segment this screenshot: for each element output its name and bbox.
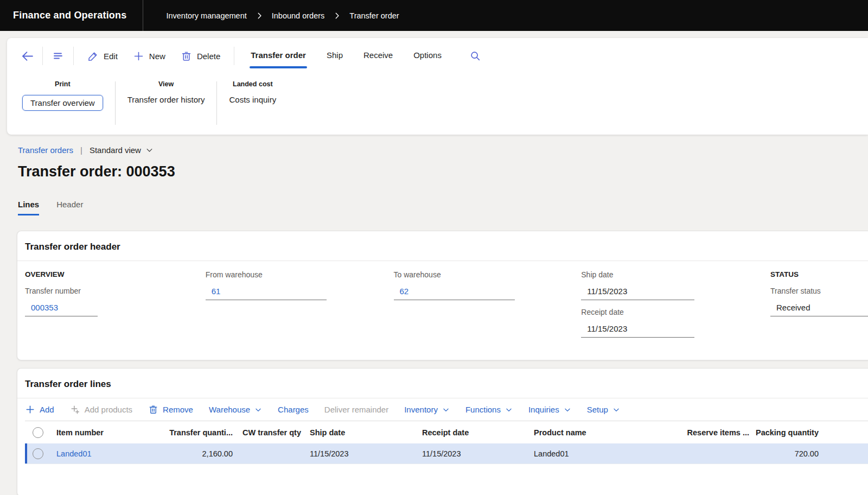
tab-lines[interactable]: Lines (18, 200, 39, 215)
page-nav-row: Transfer orders | Standard view (18, 145, 868, 155)
deliver-remainder-button[interactable]: Deliver remainder (324, 405, 388, 414)
row-select-cell (25, 448, 49, 459)
tab-header[interactable]: Header (56, 200, 83, 215)
table-row[interactable]: Landed01 2,160.00 11/15/2023 11/15/2023 … (25, 443, 868, 464)
transfer-order-lines-card: Transfer order lines Add Add products Re… (17, 368, 868, 495)
trash-icon (181, 50, 192, 62)
chevron-down-icon (145, 146, 154, 154)
tab-transfer-order[interactable]: Transfer order (250, 47, 307, 65)
search-icon[interactable] (466, 47, 484, 65)
transfer-status-value: Received (770, 303, 868, 316)
ribbon-panel: Print Transfer overview View Transfer or… (7, 74, 868, 135)
functions-menu[interactable]: Functions (465, 405, 513, 414)
topbar-divider (143, 0, 143, 31)
plus-icon (25, 404, 35, 415)
lines-grid: Item number Transfer quanti... CW transf… (25, 421, 868, 464)
inquiries-menu[interactable]: Inquiries (528, 405, 571, 414)
remove-line-button[interactable]: Remove (148, 404, 193, 415)
setup-menu-label: Setup (587, 405, 608, 414)
column-header-item-number[interactable]: Item number (49, 428, 163, 437)
cell-transfer-quantity[interactable]: 2,160.00 (163, 449, 236, 458)
column-header-product-name[interactable]: Product name (524, 428, 675, 437)
separator: | (80, 145, 82, 155)
charges-label: Charges (278, 405, 309, 414)
edit-button[interactable]: Edit (87, 50, 118, 62)
receipt-date-value[interactable]: 11/15/2023 (581, 324, 694, 338)
add-line-button[interactable]: Add (25, 404, 54, 415)
chevron-right-icon (333, 12, 341, 20)
warehouse-menu[interactable]: Warehouse (209, 405, 262, 414)
costs-inquiry-button[interactable]: Costs inquiry (229, 95, 276, 104)
delete-button[interactable]: Delete (181, 50, 220, 62)
page-tabs: Lines Header (18, 200, 868, 215)
transfer-overview-button[interactable]: Transfer overview (22, 95, 103, 111)
transfer-orders-link[interactable]: Transfer orders (18, 145, 73, 155)
ribbon-group-title: Landed cost (233, 80, 273, 88)
setup-menu[interactable]: Setup (587, 405, 620, 414)
inventory-menu[interactable]: Inventory (404, 405, 450, 414)
cell-product-name[interactable]: Landed01 (524, 449, 675, 458)
ribbon-group-title: View (158, 80, 174, 88)
chevron-down-icon (564, 406, 571, 414)
chevron-right-icon (256, 12, 263, 20)
plus-icon (133, 50, 144, 62)
breadcrumb-item-transfer-order[interactable]: Transfer order (349, 11, 399, 20)
action-pane-toolbar: Edit New Delete Transfer order Ship Rece… (7, 38, 868, 74)
breadcrumb: Inventory management Inbound orders Tran… (166, 11, 399, 20)
view-selector[interactable]: Standard view (90, 145, 154, 155)
ship-date-label: Ship date (581, 270, 770, 279)
add-products-label: Add products (85, 405, 132, 414)
row-select-checkbox[interactable] (33, 448, 43, 459)
new-button[interactable]: New (133, 50, 165, 62)
task-list-icon[interactable] (49, 47, 67, 65)
page-content: Transfer orders | Standard view Transfer… (0, 135, 868, 495)
cell-item-number[interactable]: Landed01 (49, 449, 163, 458)
overview-section-label: OVERVIEW (25, 270, 206, 278)
cell-packing-quantity[interactable]: 720.00 (751, 449, 822, 458)
select-all-checkbox[interactable] (33, 427, 43, 438)
tab-receive[interactable]: Receive (362, 47, 394, 65)
transfer-number-value[interactable]: 000353 (25, 303, 98, 316)
toolbar-divider (42, 47, 43, 65)
chevron-down-icon (612, 406, 620, 414)
top-navigation-bar: Finance and Operations Inventory managem… (0, 0, 868, 31)
cell-ship-date[interactable]: 11/15/2023 (304, 449, 412, 458)
inquiries-menu-label: Inquiries (528, 405, 559, 414)
receipt-date-label: Receipt date (581, 308, 770, 316)
back-button[interactable] (18, 47, 36, 65)
from-warehouse-value[interactable]: 61 (206, 287, 327, 300)
transfer-order-history-button[interactable]: Transfer order history (127, 95, 205, 104)
tab-options[interactable]: Options (412, 47, 443, 65)
column-header-reserve-items[interactable]: Reserve items ... (675, 428, 751, 437)
edit-button-label: Edit (104, 52, 118, 61)
breadcrumb-item-inbound-orders[interactable]: Inbound orders (272, 11, 325, 20)
chevron-down-icon (254, 406, 262, 414)
app-title[interactable]: Finance and Operations (0, 10, 143, 21)
chevron-down-icon (505, 406, 513, 414)
ribbon-group-title: Print (55, 80, 70, 88)
column-header-packing-quantity[interactable]: Packing quantity (751, 428, 822, 437)
column-header-receipt-date[interactable]: Receipt date (412, 428, 524, 437)
grid-header-row: Item number Transfer quanti... CW transf… (25, 421, 868, 443)
toolbar-divider (234, 47, 234, 65)
column-header-ship-date[interactable]: Ship date (304, 428, 412, 437)
transfer-status-label: Transfer status (770, 287, 868, 295)
column-header-transfer-quantity[interactable]: Transfer quanti... (163, 428, 236, 437)
to-warehouse-value[interactable]: 62 (394, 287, 515, 300)
card-title: Transfer order lines (17, 369, 868, 398)
ribbon-group-landed-cost: Landed cost Costs inquiry (217, 80, 288, 135)
charges-button[interactable]: Charges (278, 405, 309, 414)
cell-receipt-date[interactable]: 11/15/2023 (412, 449, 524, 458)
breadcrumb-item-inventory-management[interactable]: Inventory management (166, 11, 246, 20)
from-warehouse-label: From warehouse (206, 270, 394, 279)
add-products-button[interactable]: Add products (70, 404, 132, 415)
column-header-cw-transfer-qty[interactable]: CW transfer qty (236, 428, 304, 437)
delete-button-label: Delete (197, 52, 220, 61)
header-fields: OVERVIEW Transfer number 000353 From war… (17, 261, 868, 360)
ship-date-value[interactable]: 11/15/2023 (581, 287, 694, 300)
inventory-menu-label: Inventory (404, 405, 438, 414)
view-selector-label: Standard view (90, 145, 141, 155)
tab-ship[interactable]: Ship (326, 47, 344, 65)
chevron-down-icon (442, 406, 450, 414)
select-all-cell (25, 427, 49, 438)
